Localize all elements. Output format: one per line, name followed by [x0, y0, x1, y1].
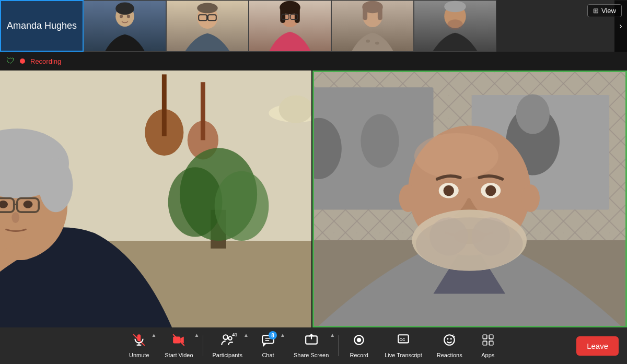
- separator-1: [203, 335, 203, 356]
- svg-point-58: [24, 201, 33, 208]
- main-video-area: [0, 71, 627, 327]
- apps-icon: [481, 333, 495, 350]
- svg-rect-18: [295, 7, 300, 23]
- start-video-button[interactable]: Start Video ▲: [157, 330, 200, 361]
- chat-icon: 8: [261, 333, 275, 350]
- thumbnail-person4[interactable]: [331, 0, 414, 52]
- reactions-label: Reactions: [437, 352, 462, 358]
- svg-point-71: [414, 133, 498, 179]
- participants-label: Participants: [213, 352, 242, 358]
- svg-point-74: [443, 185, 454, 196]
- svg-rect-25: [363, 7, 367, 20]
- svg-point-89: [224, 335, 228, 339]
- svg-text:CC: CC: [399, 337, 405, 342]
- chat-button[interactable]: 8 Chat ▲: [250, 330, 286, 361]
- thumbnail-person2[interactable]: [166, 0, 249, 52]
- participants-caret[interactable]: ▲: [243, 332, 249, 338]
- svg-point-99: [445, 335, 455, 345]
- apps-button[interactable]: Apps: [470, 330, 506, 361]
- svg-point-49: [215, 171, 269, 241]
- share-screen-label: Share Screen: [294, 352, 329, 358]
- svg-point-81: [399, 184, 417, 212]
- svg-point-90: [228, 337, 232, 340]
- svg-rect-17: [280, 7, 285, 23]
- chat-caret[interactable]: ▲: [280, 332, 285, 338]
- leave-button[interactable]: Leave: [576, 336, 619, 356]
- record-button[interactable]: Record: [341, 330, 377, 361]
- reactions-icon: [443, 333, 456, 350]
- svg-point-27: [366, 40, 370, 43]
- unmute-caret[interactable]: ▲: [151, 332, 156, 338]
- svg-point-33: [447, 19, 463, 30]
- svg-rect-105: [489, 341, 493, 345]
- live-transcript-label: Live Transcript: [385, 352, 422, 358]
- participants-count: 41: [232, 332, 237, 337]
- video-panel-left[interactable]: [0, 71, 311, 327]
- svg-point-5: [127, 15, 130, 18]
- svg-point-4: [120, 15, 123, 18]
- view-button[interactable]: ⊞ View: [587, 4, 622, 17]
- thumbnail-person3[interactable]: [249, 0, 331, 52]
- status-bar: 🛡 Recording: [0, 52, 627, 71]
- svg-point-9: [197, 3, 217, 14]
- recording-label: Recording: [30, 57, 61, 65]
- unmute-label: Unmute: [129, 352, 149, 358]
- record-icon: [352, 333, 366, 350]
- svg-point-3: [115, 3, 134, 15]
- video-caret[interactable]: ▲: [194, 332, 200, 338]
- svg-point-100: [447, 338, 448, 339]
- grid-icon: ⊞: [593, 7, 599, 15]
- svg-point-28: [375, 42, 379, 45]
- svg-rect-26: [378, 7, 382, 20]
- active-participant-name: Amanda Hughes: [7, 20, 77, 31]
- svg-point-59: [11, 212, 19, 223]
- live-transcript-icon: CC: [397, 333, 410, 350]
- chat-badge: 8: [269, 331, 277, 339]
- svg-point-75: [485, 185, 496, 196]
- thumbnail-strip: Amanda Hughes: [0, 0, 627, 52]
- svg-point-48: [168, 167, 223, 237]
- svg-point-45: [279, 95, 311, 123]
- svg-rect-102: [483, 335, 487, 339]
- video-panel-right[interactable]: [312, 71, 627, 327]
- svg-point-65: [361, 114, 399, 168]
- svg-rect-103: [489, 335, 493, 339]
- svg-point-80: [416, 217, 523, 271]
- view-label: View: [601, 7, 616, 15]
- toolbar: Unmute ▲ Start Video ▲ 41 Participants: [0, 327, 627, 364]
- shield-icon: 🛡: [6, 56, 15, 66]
- video-muted-icon: [172, 333, 185, 350]
- participants-button[interactable]: 41 Participants ▲: [205, 330, 250, 361]
- microphone-muted-icon: [132, 333, 146, 350]
- recording-dot: [20, 58, 25, 64]
- live-transcript-button[interactable]: CC Live Transcript: [377, 330, 429, 361]
- svg-rect-43: [201, 82, 205, 140]
- thumbnail-amanda[interactable]: Amanda Hughes: [0, 0, 84, 52]
- svg-point-82: [521, 184, 540, 212]
- unmute-button[interactable]: Unmute ▲: [121, 330, 157, 361]
- thumbnail-person5[interactable]: [414, 0, 496, 52]
- svg-point-96: [357, 338, 362, 343]
- start-video-label: Start Video: [165, 352, 193, 358]
- participants-icon: 41: [220, 333, 234, 350]
- reactions-button[interactable]: Reactions: [429, 330, 470, 361]
- share-caret[interactable]: ▲: [330, 332, 335, 338]
- svg-point-101: [450, 338, 452, 339]
- svg-rect-104: [483, 341, 487, 345]
- chat-label: Chat: [262, 352, 274, 358]
- share-screen-icon: [305, 333, 318, 350]
- svg-rect-41: [162, 74, 167, 136]
- svg-point-32: [444, 1, 466, 13]
- share-screen-button[interactable]: Share Screen ▲: [286, 330, 336, 361]
- thumbnail-person1[interactable]: [84, 0, 166, 52]
- record-label: Record: [350, 352, 368, 358]
- apps-label: Apps: [481, 352, 494, 358]
- svg-point-68: [516, 94, 550, 134]
- separator-2: [338, 335, 339, 356]
- svg-point-53: [39, 158, 73, 212]
